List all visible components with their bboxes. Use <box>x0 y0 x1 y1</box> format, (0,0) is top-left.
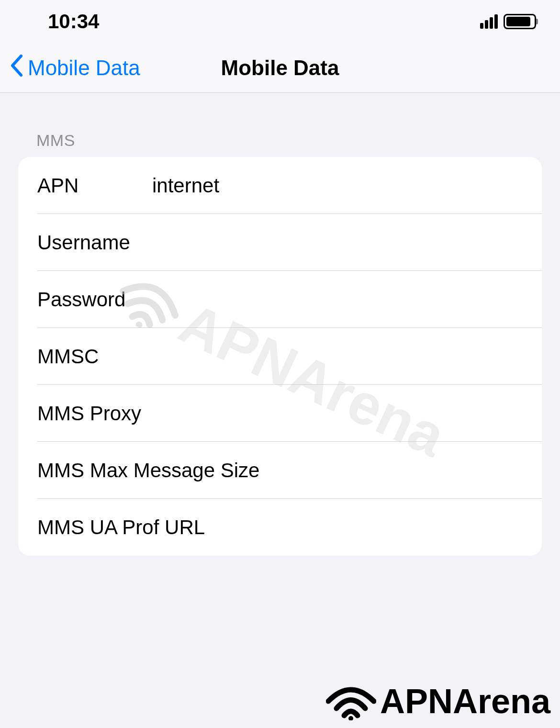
label-mmsc: MMSC <box>37 345 152 368</box>
row-mms-ua-prof[interactable]: MMS UA Prof URL <box>18 499 542 556</box>
status-time: 10:34 <box>48 10 99 33</box>
footer-text: APNArena <box>380 682 550 721</box>
input-mms-ua-prof[interactable] <box>205 516 523 539</box>
row-mms-proxy[interactable]: MMS Proxy <box>18 385 542 442</box>
cellular-signal-icon <box>480 14 498 29</box>
wifi-icon <box>326 682 376 720</box>
back-label: Mobile Data <box>28 56 140 80</box>
row-mmsc[interactable]: MMSC <box>18 328 542 385</box>
section-header-mms: MMS <box>0 93 560 157</box>
navigation-bar: Mobile Data Mobile Data <box>0 43 560 93</box>
row-password[interactable]: Password <box>18 271 542 328</box>
svg-point-1 <box>348 716 353 720</box>
row-mms-max-size[interactable]: MMS Max Message Size <box>18 442 542 499</box>
input-mms-proxy[interactable] <box>141 402 523 425</box>
input-mms-max-size[interactable] <box>259 459 523 482</box>
back-button[interactable]: Mobile Data <box>0 54 140 82</box>
input-mmsc[interactable] <box>152 345 523 368</box>
input-username[interactable] <box>152 231 523 254</box>
row-username[interactable]: Username <box>18 214 542 271</box>
label-mms-ua-prof: MMS UA Prof URL <box>37 516 205 539</box>
label-apn: APN <box>37 174 152 197</box>
settings-group-mms: APN Username Password MMSC MMS Proxy MMS… <box>18 157 542 556</box>
battery-icon <box>504 14 536 29</box>
footer-logo: APNArena <box>326 682 550 721</box>
status-bar: 10:34 <box>0 0 560 43</box>
page-title: Mobile Data <box>221 56 339 80</box>
label-username: Username <box>37 231 152 254</box>
input-apn[interactable] <box>152 174 523 197</box>
label-mms-max-size: MMS Max Message Size <box>37 459 259 482</box>
label-mms-proxy: MMS Proxy <box>37 402 141 425</box>
row-apn[interactable]: APN <box>18 157 542 214</box>
input-password[interactable] <box>152 288 523 311</box>
status-right <box>480 14 536 29</box>
label-password: Password <box>37 288 152 311</box>
chevron-left-icon <box>10 54 23 82</box>
